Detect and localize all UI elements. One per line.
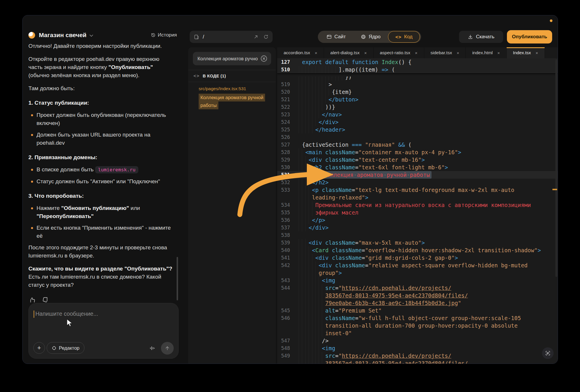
history-button[interactable]: История: [151, 32, 177, 38]
editor-tab-index.html[interactable]: index.html×: [466, 47, 506, 58]
code-line-127[interactable]: 127export default function Index() {: [277, 58, 558, 66]
editor-tab-aspect-ratio.tsx[interactable]: aspect-ratio.tsx×: [374, 47, 424, 58]
close-tab-icon[interactable]: ×: [415, 50, 418, 55]
code-line-537[interactable]: 537</div>: [277, 224, 558, 231]
code-line-545[interactable]: 545alt="Premium Set": [277, 307, 558, 314]
search-result-item[interactable]: src/pages/Index.tsx:531 Коллекция аромат…: [188, 82, 276, 109]
thumbs-down-icon[interactable]: [42, 297, 49, 302]
code-line-526[interactable]: 526: [277, 133, 558, 141]
thumbs-up-icon[interactable]: [28, 297, 36, 302]
code-line-543[interactable]: 543<img: [277, 277, 558, 284]
code-line-542[interactable]: 542<div className="relative aspect-squar…: [277, 262, 558, 269]
code-line-528[interactable]: 528<main className="container mx-auto px…: [277, 148, 558, 156]
code-line-532[interactable]: 532</h2>: [277, 179, 558, 186]
code-brackets-icon: <>: [395, 34, 401, 40]
code-line-wrap[interactable]: }): [277, 77, 558, 81]
code-line-538[interactable]: 538: [277, 231, 558, 239]
sticky-scroll-toggle-button[interactable]: [542, 347, 554, 359]
code-editor: accordion.tsx×alert-dialog.tsx×aspect-ra…: [277, 47, 558, 364]
line-number: 537: [277, 224, 295, 231]
attach-button[interactable]: +: [33, 342, 45, 354]
code-line-wrap[interactable]: inset-0": [277, 329, 558, 337]
line-number: 524: [277, 118, 295, 126]
send-button[interactable]: [161, 342, 174, 355]
code-line-546[interactable]: 546className="w-full h-full object-cover…: [277, 314, 558, 322]
search-query-pill[interactable]: Коллекция ароматов ручной: [193, 52, 271, 65]
code-line-529[interactable]: 529<div className="text-center mb-16">: [277, 156, 558, 164]
editor-tab-alert-dialog.tsx[interactable]: alert-dialog.tsx×: [324, 47, 374, 58]
editor-tab-Index.tsx[interactable]: Index.tsx×: [507, 47, 545, 58]
code-line-549[interactable]: 549src="https://cdn.poehali.dev/projects…: [277, 352, 558, 360]
code-line-540[interactable]: 540<Card className="overflow-hidden hove…: [277, 246, 558, 254]
feedback-row: [28, 297, 174, 302]
chat-heading: 1. Статус публикации:: [28, 99, 174, 107]
message-input[interactable]: Напишите сообщение... + Редактор: [28, 303, 179, 359]
line-number: 542: [277, 262, 295, 269]
code-line-539[interactable]: 539<div className="max-w-5xl mx-auto">: [277, 239, 558, 246]
tab-site[interactable]: Сайт: [319, 31, 353, 43]
chevron-down-icon[interactable]: [89, 33, 94, 38]
tab-core[interactable]: Ядро: [353, 31, 388, 43]
bullet-dot: [31, 207, 33, 209]
code-line-533[interactable]: 533<p className="text-lg text-muted-fore…: [277, 186, 558, 194]
mouse-cursor: [66, 319, 74, 327]
editor-mode-label: Редактор: [59, 345, 79, 351]
chat-bullet-item: Нажмите "Обновить публикацию" или "Перео…: [28, 204, 174, 220]
code-line-548[interactable]: 548<img: [277, 344, 558, 352]
in-code-section-header[interactable]: <> В КОДЕ (1): [188, 70, 276, 82]
code-line-wrap[interactable]: 79ee0abe-6b3b-4c38-ae9c-18b44f5b0d3e.jpg…: [277, 299, 558, 307]
device-preview-icon[interactable]: [194, 34, 199, 40]
chat-paragraph: Откройте в редакторе poehali.dev правую …: [28, 55, 174, 79]
code-line-wrap[interactable]: group">: [277, 269, 558, 277]
code-line-527[interactable]: 527{activeSection === "главная" && (: [277, 141, 558, 148]
project-title[interactable]: Магазин свечей: [39, 32, 86, 39]
reload-icon[interactable]: [263, 34, 269, 39]
code-line-522[interactable]: 522))}: [277, 103, 558, 111]
download-button[interactable]: Скачать: [459, 31, 503, 43]
code-line-521[interactable]: 521</button>: [277, 96, 558, 103]
bullet-dot: [31, 227, 33, 229]
editor-mode-button[interactable]: Редактор: [47, 342, 84, 354]
code-line-524[interactable]: 524</div>: [277, 118, 558, 126]
code-line-525[interactable]: 525</header>: [277, 126, 558, 133]
code-line-535[interactable]: 535эфирных масел: [277, 209, 558, 216]
close-tab-icon[interactable]: ×: [497, 50, 500, 55]
publish-button[interactable]: Опубликовать: [507, 30, 552, 43]
search-results-panel: Коллекция ароматов ручной <> В КОДЕ (1) …: [188, 47, 276, 364]
code-line-510[interactable]: 510].map((item) => (: [277, 66, 558, 73]
preview-url-bar[interactable]: /: [190, 31, 273, 43]
line-number: 543: [277, 277, 295, 284]
close-tab-icon[interactable]: ×: [457, 50, 459, 55]
chat-scrollbar[interactable]: [177, 257, 178, 300]
close-tab-icon[interactable]: ×: [315, 50, 317, 55]
editor-tab-accordion.tsx[interactable]: accordion.tsx×: [277, 47, 324, 58]
close-tab-icon[interactable]: ×: [536, 50, 538, 55]
editor-scrollbar[interactable]: [555, 59, 557, 277]
code-area[interactable]: 127export default function Index() {510]…: [277, 58, 558, 364]
line-number: 521: [277, 96, 295, 103]
code-line-wrap[interactable]: 383567ed-8013-4975-95e4-ae4c2370d804/fil…: [277, 292, 558, 299]
code-line-wrap[interactable]: leading-relaxed">: [277, 194, 558, 201]
code-line-531[interactable]: 531··Коллекция·ароматов·ручной·работы: [277, 171, 558, 179]
code-line-544[interactable]: 544src="https://cdn.poehali.dev/projects…: [277, 284, 558, 292]
code-line-wrap[interactable]: transition-all duration-700 group-hover:…: [277, 322, 558, 329]
voice-input-button[interactable]: [146, 342, 158, 354]
close-tab-icon[interactable]: ×: [364, 50, 367, 55]
code-line-536[interactable]: 536</p>: [277, 216, 558, 224]
code-line-541[interactable]: 541<div className="grid md:grid-cols-2 g…: [277, 254, 558, 262]
code-line-519[interactable]: 519>: [277, 81, 558, 88]
clear-search-icon[interactable]: [260, 55, 268, 62]
tab-code[interactable]: <> Код: [388, 31, 420, 43]
project-logo: [28, 32, 35, 39]
code-line-534[interactable]: 534Премиальные свечи из натурального вос…: [277, 201, 558, 209]
open-external-icon[interactable]: [253, 34, 259, 39]
result-file-path[interactable]: src/pages/Index.tsx:531: [199, 86, 271, 91]
code-line-547[interactable]: 547/>: [277, 337, 558, 344]
code-line-523[interactable]: 523</nav>: [277, 111, 558, 118]
code-line-530[interactable]: 530<h2 className="text-6xl font-light mb…: [277, 164, 558, 171]
editor-tab-sidebar.tsx[interactable]: sidebar.tsx×: [424, 47, 466, 58]
code-line-wrap[interactable]: 383567ed-8013-4975-95e4-ae4c2370d804/fil…: [277, 360, 558, 364]
code-line-520[interactable]: 520{item}: [277, 88, 558, 96]
result-match-text[interactable]: Коллекция ароматов ручнойработы: [199, 94, 271, 109]
url-path[interactable]: /: [203, 34, 204, 40]
